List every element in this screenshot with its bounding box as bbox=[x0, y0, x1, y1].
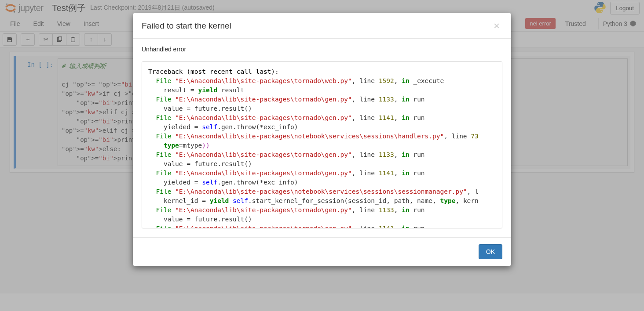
modal-title: Failed to start the kernel bbox=[142, 21, 231, 31]
modal-close-button[interactable]: × bbox=[491, 20, 502, 32]
kernel-error-modal: Failed to start the kernel × Unhandled e… bbox=[133, 13, 511, 266]
traceback-box[interactable]: Traceback (most recent call last): File … bbox=[142, 61, 502, 228]
modal-header: Failed to start the kernel × bbox=[133, 13, 511, 39]
ok-button[interactable]: OK bbox=[479, 244, 502, 259]
modal-body: Unhandled error Traceback (most recent c… bbox=[133, 39, 511, 237]
modal-subtitle: Unhandled error bbox=[142, 46, 502, 53]
modal-footer: OK bbox=[133, 237, 511, 266]
